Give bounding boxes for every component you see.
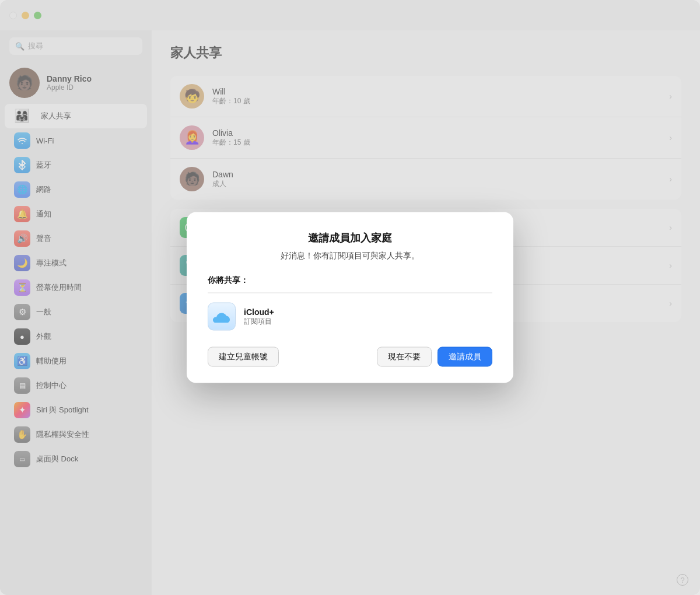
icloud-info: iCloud+ 訂閱項目	[244, 307, 274, 326]
icloud-name: iCloud+	[244, 307, 274, 316]
dialog-subtitle: 好消息！你有訂閱項目可與家人共享。	[208, 251, 492, 261]
dialog-title: 邀請成員加入家庭	[208, 231, 492, 245]
create-child-button[interactable]: 建立兒童帳號	[208, 347, 279, 367]
not-now-button[interactable]: 現在不要	[377, 347, 432, 367]
icloud-icon	[208, 303, 236, 331]
icloud-type: 訂閱項目	[244, 316, 274, 326]
dialog-buttons: 建立兒童帳號 現在不要 邀請成員	[208, 347, 492, 367]
invite-dialog: 邀請成員加入家庭 好消息！你有訂閱項目可與家人共享。 你將共享： iCloud+…	[187, 212, 513, 383]
main-window: 🔍 搜尋 🧑🏿 Danny Rico Apple ID 👨‍👩‍👧 家人共享	[0, 0, 700, 595]
dialog-divider	[208, 293, 492, 293]
dialog-buttons-right: 現在不要 邀請成員	[377, 347, 492, 367]
invite-button[interactable]: 邀請成員	[438, 347, 492, 367]
dialog-subscription-row: iCloud+ 訂閱項目	[208, 303, 492, 331]
dialog-share-label: 你將共享：	[208, 275, 492, 286]
